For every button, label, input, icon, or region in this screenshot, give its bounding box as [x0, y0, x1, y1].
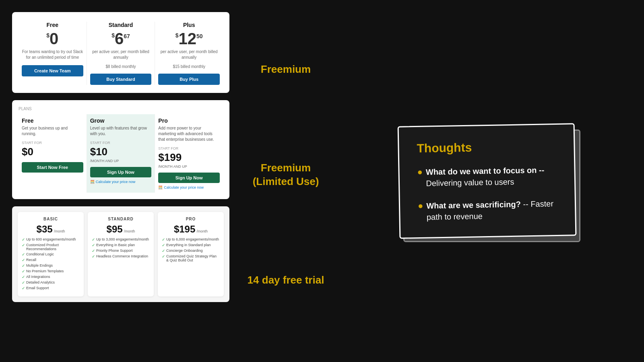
plan-name-free: Free [22, 22, 83, 28]
feature-basic-8: ✓Email Support [22, 286, 80, 290]
price-row-pro3: $195 /month [162, 224, 220, 235]
feature-std3-3: ✓Headless Commerce Integration [92, 254, 150, 259]
feature-pro3-0: ✓Up to 6,000 engagements/month [162, 237, 220, 242]
thought-item-2: ● What are we sacrificing? -- Faster pat… [418, 198, 557, 223]
plan-free: Free $ 0 For teams wanting to try out Sl… [19, 22, 87, 85]
btn-plus[interactable]: Buy Plus [158, 74, 220, 85]
pricing-card-2: PLANS Free Get your business up and runn… [12, 100, 229, 199]
plan-name-grow: Grow [90, 117, 152, 124]
pricing-card-1: Free $ 0 For teams wanting to try out Sl… [12, 12, 229, 93]
label-freemium2: Freemium(Limited Use) [246, 161, 326, 189]
plans-row-1: Free $ 0 For teams wanting to try out Sl… [19, 22, 223, 85]
price-sub-grow: /MONTH AND UP [90, 159, 152, 163]
feature-pro3-2: ✓Concierge Onboarding [162, 249, 220, 253]
feature-basic-4: ✓Multiple Endings [22, 263, 80, 268]
middle-column: Freemium Freemium(Limited Use) 14 day fr… [246, 8, 326, 354]
plan-desc-standard: per active user, per month billed annual… [90, 49, 152, 60]
feature-basic-1: ✓Customized Product Recommendations [22, 243, 80, 251]
price-amount-grow: $10 [90, 146, 152, 158]
price-row-standard: $ 6 67 [90, 31, 152, 47]
features-standard3: ✓Up to 3,000 engagements/month ✓Everythi… [92, 237, 150, 259]
feature-std3-0: ✓Up to 3,000 engagements/month [92, 237, 150, 242]
btn-free[interactable]: Create New Team [22, 65, 83, 76]
feature-basic-0: ✓Up to 600 engagements/month [22, 237, 80, 242]
feature-std3-1: ✓Everything in Basic plan [92, 243, 150, 247]
btn-signup-grow[interactable]: Sign Up Now [90, 167, 152, 177]
plan-desc-free2: Get your business up and running. [22, 125, 83, 137]
plan-col-grow: Grow Level up with features that grow wi… [87, 114, 155, 193]
pricing-card-3: BASIC $35 /month ✓Up to 600 engagements/… [12, 206, 229, 302]
thought-bold-2: What are we sacrificing? [426, 200, 521, 210]
calc-text-grow: Calculate your price now [96, 180, 136, 184]
btn-signup-pro[interactable]: Sign Up Now [158, 173, 220, 183]
thought-text-2: What are we sacrificing? -- Faster path … [426, 198, 557, 223]
plan-box-basic: BASIC $35 /month ✓Up to 600 engagements/… [18, 212, 84, 296]
btn-standard[interactable]: Buy Standard [90, 74, 152, 85]
price-amount-pro: $199 [158, 151, 220, 164]
feature-pro3-3: ✓Customized Quiz Strategy Plan & Quiz Bu… [162, 254, 220, 262]
plan-name-standard: Standard [90, 22, 152, 28]
thoughts-wrapper: Thoughts ● What do we want to focus on -… [398, 125, 576, 237]
calc-icon-pro: 🧮 [158, 185, 163, 189]
plan-desc-free: For teams wanting to try out Slack for a… [22, 49, 83, 60]
price-row-free: $ 0 [22, 31, 83, 47]
price-amount-free2: $0 [22, 146, 83, 158]
thought-text-1: What do we want to focus on -- Deliverin… [426, 164, 557, 189]
price-row-standard3: $95 /month [92, 224, 150, 235]
calc-icon: 🧮 [90, 180, 95, 184]
plan-col-pro: Pro Add more power to your marketing wit… [155, 114, 223, 193]
plan-plus: Plus $ 12 50 per active user, per month … [155, 22, 223, 85]
thought-bold-1: What do we want to focus on -- [426, 166, 545, 177]
thoughts-title: Thoughts [417, 139, 556, 155]
plan-name-pro: Pro [158, 117, 220, 124]
calc-link-pro[interactable]: 🧮 Calculate your price now [158, 185, 220, 189]
thought-item-1: ● What do we want to focus on -- Deliver… [417, 164, 557, 189]
price-sub-pro: /MONTH AND UP [158, 165, 220, 169]
currency-standard: $ [111, 32, 115, 39]
feature-pro3-1: ✓Everything in Standard plan [162, 243, 220, 247]
plan-col-free2: Free Get your business up and running. S… [19, 114, 87, 193]
cents-standard: 67 [124, 33, 130, 39]
plans-label: PLANS [19, 107, 223, 111]
plan-name-free2: Free [22, 117, 83, 124]
feature-basic-2: ✓Conditional Logic [22, 252, 80, 257]
per-basic: /month [54, 229, 65, 233]
plans-row-3: BASIC $35 /month ✓Up to 600 engagements/… [18, 212, 224, 296]
bullet-dot-1: ● [417, 167, 423, 178]
amount-plus: 12 [179, 31, 197, 47]
thought-normal-1: Delivering value to users [426, 177, 514, 188]
bullet-dot-2: ● [418, 200, 423, 212]
feature-basic-6: ✓All Integrations [22, 275, 80, 279]
plan-name-basic: BASIC [22, 217, 80, 221]
price-standard3: $95 [107, 224, 123, 234]
amount-standard: 6 [115, 31, 124, 47]
plan-name-pro3: PRO [162, 217, 220, 221]
features-pro3: ✓Up to 6,000 engagements/month ✓Everythi… [162, 237, 220, 262]
feature-std3-2: ✓Priority Phone Support [92, 249, 150, 253]
thought-bullet-row-1: ● What do we want to focus on -- Deliver… [417, 164, 557, 189]
price-row-plus: $ 12 50 [158, 31, 220, 47]
features-basic: ✓Up to 600 engagements/month ✓Customized… [22, 237, 80, 290]
plan-desc-plus: per active user, per month billed annual… [158, 49, 220, 60]
currency-plus: $ [175, 32, 179, 39]
feature-basic-3: ✓Recall [22, 258, 80, 262]
billed-plus: $15 billed monthly [158, 64, 220, 69]
per-standard3: /month [124, 229, 135, 233]
plan-desc-pro: Add more power to your marketing with ad… [158, 125, 220, 142]
label-14day: 14 day free trial [246, 274, 326, 287]
thought-bullet-row-2: ● What are we sacrificing? -- Faster pat… [418, 198, 557, 223]
billed-standard: $8 billed monthly [90, 64, 152, 69]
feature-basic-5: ✓No Premium Templates [22, 269, 80, 274]
label-freemium1: Freemium [246, 63, 326, 76]
pricing-label-grow: START FOR [90, 141, 152, 145]
plan-name-plus: Plus [158, 22, 220, 28]
main-container: Free $ 0 For teams wanting to try out Sl… [0, 0, 644, 362]
feature-basic-7: ✓Detailed Analytics [22, 280, 80, 285]
per-pro3: /month [197, 229, 208, 233]
right-column: Thoughts ● What do we want to focus on -… [342, 8, 632, 354]
btn-start-free[interactable]: Start Now Free [22, 162, 83, 173]
amount-free: 0 [50, 31, 58, 47]
plan-desc-grow: Level up with features that grow with yo… [90, 125, 152, 137]
calc-link-grow[interactable]: 🧮 Calculate your price now [90, 180, 152, 184]
price-pro3: $195 [174, 224, 195, 234]
